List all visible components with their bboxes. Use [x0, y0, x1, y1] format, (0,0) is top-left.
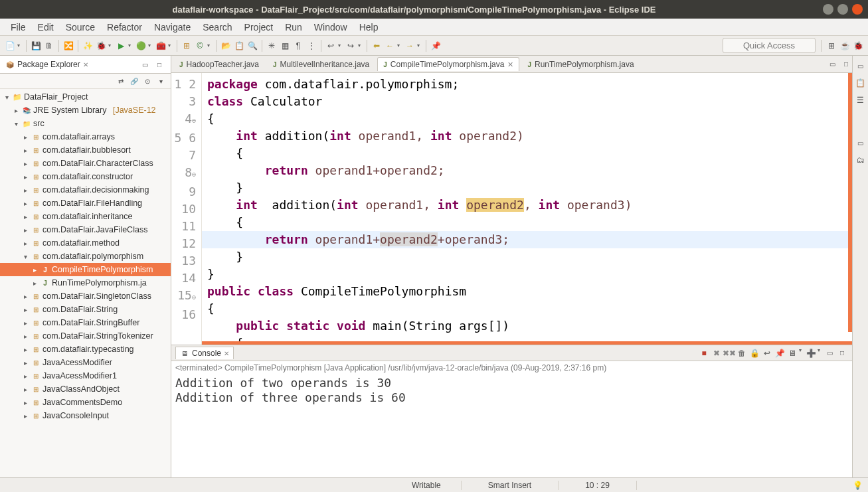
tree-package[interactable]: ▸com.DataFlair.CharacterClass — [0, 157, 171, 170]
outline-icon[interactable]: ☰ — [855, 94, 867, 106]
dropdown-icon[interactable]: ▾ — [358, 42, 363, 48]
pin-console-icon[interactable]: 📌 — [774, 347, 786, 359]
dropdown-icon[interactable]: ▾ — [148, 42, 153, 48]
dropdown-icon[interactable]: ▾ — [417, 42, 422, 48]
outline-view-icon[interactable]: 🗂 — [855, 154, 867, 166]
menu-source[interactable]: Source — [60, 20, 100, 35]
collapse-all-icon[interactable]: ⇄ — [115, 75, 127, 87]
menu-file[interactable]: File — [5, 20, 31, 35]
task-list-icon[interactable]: 📋 — [855, 77, 867, 89]
remove-launch-icon[interactable]: ✖ — [711, 347, 723, 359]
show-ws-icon[interactable]: ⋮ — [305, 40, 317, 52]
package-explorer-tab[interactable]: 📦 Package Explorer ✕ ▭ □ — [0, 56, 171, 74]
close-icon[interactable]: ✕ — [224, 350, 229, 357]
scroll-lock-icon[interactable]: 🔒 — [748, 347, 760, 359]
menu-help[interactable]: Help — [354, 20, 384, 35]
editor-tab[interactable]: HadoopTeacher.java — [173, 57, 265, 71]
run-icon[interactable]: ▶ — [115, 40, 127, 52]
minimize-view-icon[interactable]: ▭ — [139, 58, 151, 70]
dropdown-icon[interactable]: ▾ — [17, 42, 23, 48]
tree-package[interactable]: ▸com.dataflair.method — [0, 236, 171, 250]
tree-package[interactable]: ▸JavaAcessModifier1 — [0, 369, 171, 382]
menu-navigate[interactable]: Navigate — [149, 20, 196, 35]
tree-file-selected[interactable]: ▸CompileTimePolymorphism — [0, 263, 171, 276]
menu-refactor[interactable]: Refactor — [102, 20, 147, 35]
toggle-mark-icon[interactable]: ✳ — [266, 40, 278, 52]
tree-package[interactable]: ▸com.dataflair.arrays — [0, 130, 171, 143]
new-package-icon[interactable]: ⊞ — [181, 40, 193, 52]
tree-package[interactable]: ▸JavaCommentsDemo — [0, 396, 171, 409]
tree-package[interactable]: ▸JavaAcessModifier — [0, 356, 171, 369]
tree-package[interactable]: ▸com.DataFlair.SingletonClass — [0, 289, 171, 303]
new-icon[interactable]: 📄 — [4, 40, 16, 52]
minimize-view-icon[interactable]: ▭ — [824, 347, 835, 359]
ext-tools-icon[interactable]: 🧰 — [155, 40, 167, 52]
minimize-editor-icon[interactable]: ▭ — [826, 58, 838, 70]
tree-package[interactable]: ▸com.dataflair.bubblesort — [0, 143, 171, 157]
restore-view-icon[interactable]: ▭ — [855, 137, 867, 149]
code-area[interactable]: package com.dataflair.polymorphism; clas… — [202, 73, 852, 345]
tree-package[interactable]: ▸JavaClassAndObject — [0, 382, 171, 396]
tree-package-open[interactable]: ▾com.dataflair.polymorphism — [0, 250, 171, 263]
dropdown-icon[interactable]: ▾ — [168, 42, 173, 48]
annotation-next-icon[interactable]: ↪ — [345, 40, 357, 52]
pin-icon[interactable]: 📌 — [430, 40, 442, 52]
tree-package[interactable]: ▸com.DataFlair.String — [0, 303, 171, 316]
forward-icon[interactable]: → — [404, 40, 416, 52]
open-task-icon[interactable]: 📋 — [233, 40, 245, 52]
dropdown-icon[interactable]: ▾ — [108, 42, 114, 48]
tree-package[interactable]: ▸com.dataflair.decisionmaking — [0, 183, 171, 197]
dropdown-icon[interactable]: ▾ — [818, 347, 823, 359]
view-menu-icon[interactable]: ▾ — [155, 75, 167, 87]
maximize-editor-icon[interactable]: □ — [840, 58, 852, 70]
tree-package[interactable]: ▸com.dataflair.typecasting — [0, 343, 171, 356]
tree-package[interactable]: ▸JavaConsoleInput — [0, 409, 171, 422]
maximize-view-icon[interactable]: □ — [153, 58, 165, 70]
save-icon[interactable]: 💾 — [30, 40, 42, 52]
terminate-icon[interactable]: ■ — [698, 347, 710, 359]
toggle-ws-icon[interactable]: ¶ — [292, 40, 304, 52]
tree-src[interactable]: ▾📁src — [0, 117, 171, 130]
quick-access-input[interactable]: Quick Access — [723, 38, 816, 53]
debug-perspective-icon[interactable]: 🐞 — [852, 40, 864, 52]
remove-all-icon[interactable]: ✖✖ — [723, 347, 735, 359]
tree-package[interactable]: ▸com.DataFlair.StringBuffer — [0, 316, 171, 329]
dropdown-icon[interactable]: ▾ — [128, 42, 133, 48]
close-tab-icon[interactable]: ✕ — [507, 60, 513, 69]
save-all-icon[interactable]: 🗎 — [43, 40, 55, 52]
back-icon[interactable]: ← — [384, 40, 396, 52]
annotation-prev-icon[interactable]: ↩ — [325, 40, 337, 52]
menu-edit[interactable]: Edit — [33, 20, 59, 35]
menu-run[interactable]: Run — [280, 20, 307, 35]
tree-file[interactable]: ▸RunTimePolymorphism.ja — [0, 276, 171, 289]
tree-jre[interactable]: ▸📚JRE System Library [JavaSE-12 — [0, 104, 171, 117]
menu-search[interactable]: Search — [197, 20, 237, 35]
tree-package[interactable]: ▸com.DataFlair.FileHandling — [0, 197, 171, 210]
code-editor[interactable]: 1 2 3 4⊖ 5 6 7 8⊖ 9 10 11 12 13 14 15⊖ 1… — [171, 73, 852, 345]
open-type-icon[interactable]: 📂 — [220, 40, 232, 52]
tree-package[interactable]: ▸com.dataflair.inheritance — [0, 210, 171, 223]
debug-icon[interactable]: 🐞 — [95, 40, 107, 52]
link-editor-icon[interactable]: 🔗 — [128, 75, 140, 87]
dropdown-icon[interactable]: ▾ — [799, 347, 804, 359]
new-class-icon[interactable]: © — [194, 40, 206, 52]
close-button[interactable] — [852, 4, 863, 15]
menu-project[interactable]: Project — [239, 20, 279, 35]
minimize-button[interactable] — [823, 4, 833, 15]
dropdown-icon[interactable]: ▾ — [207, 42, 213, 48]
tree-package[interactable]: ▸com.dataflair.constructor — [0, 170, 171, 183]
tip-icon[interactable]: 💡 — [853, 481, 868, 490]
tree-package[interactable]: ▸com.DataFlair.JavaFileClass — [0, 223, 171, 236]
editor-tab[interactable]: MultilevelInheritance.java — [267, 57, 375, 71]
dropdown-icon[interactable]: ▾ — [338, 42, 343, 48]
search-icon[interactable]: 🔍 — [246, 40, 258, 52]
display-console-icon[interactable]: 🖥 — [786, 347, 798, 359]
console-output[interactable]: Addition of two operands is 30 Addition … — [171, 374, 852, 477]
console-tab[interactable]: 🖥 Console ✕ — [175, 347, 234, 359]
switch-icon[interactable]: 🔀 — [62, 40, 74, 52]
menu-window[interactable]: Window — [309, 20, 353, 35]
close-icon[interactable]: ✕ — [83, 61, 88, 68]
open-perspective-icon[interactable]: ⊞ — [825, 40, 837, 52]
open-console-icon[interactable]: ➕ — [805, 347, 817, 359]
java-perspective-icon[interactable]: ☕ — [839, 40, 851, 52]
